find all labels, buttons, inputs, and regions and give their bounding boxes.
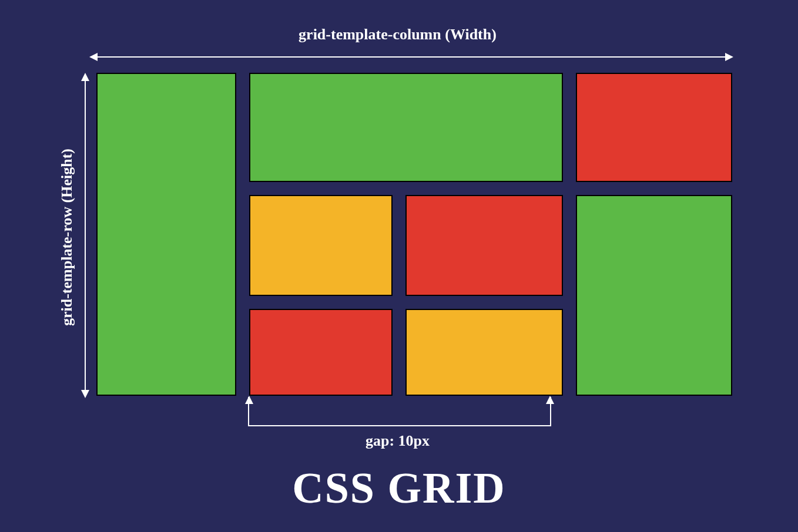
diagram-title: CSS GRID (292, 463, 506, 513)
grid-cell-2 (249, 73, 563, 182)
row-axis-arrow (85, 74, 86, 397)
gap-label: gap: 10px (366, 432, 430, 450)
grid-container (96, 73, 731, 396)
grid-cell-5 (405, 195, 563, 296)
grid-cell-6 (576, 195, 732, 396)
grid-cell-7 (249, 309, 393, 396)
grid-cell-3 (576, 73, 732, 182)
row-axis-label-text: grid-template-row (Height) (58, 149, 76, 326)
column-axis-label: grid-template-column (Width) (299, 26, 497, 43)
diagram-frame: grid-template-column (Width) grid-templa… (2, 2, 796, 530)
column-axis-arrow (90, 56, 732, 58)
css-grid (96, 73, 731, 396)
grid-cell-4 (249, 195, 393, 296)
grid-cell-1 (96, 73, 236, 396)
gap-dimension-bracket (248, 397, 551, 426)
diagram-wrap: grid-template-column (Width) grid-templa… (61, 26, 734, 425)
grid-cell-8 (405, 309, 563, 396)
